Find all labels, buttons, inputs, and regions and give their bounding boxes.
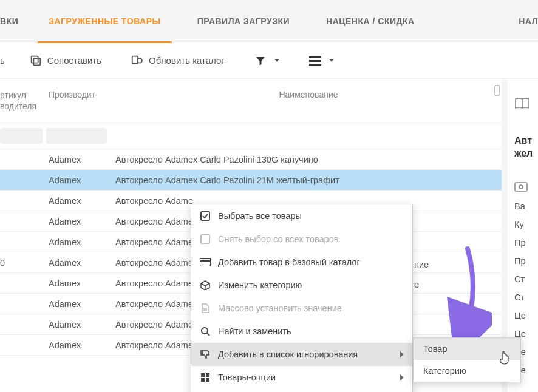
svg-rect-18: [201, 351, 203, 355]
toolbar: ь Сопоставить Обновить каталог: [0, 42, 538, 79]
svg-rect-10: [201, 212, 209, 220]
obscured-text: ние: [414, 260, 429, 269]
cell-manufacturer: Adamex: [49, 279, 115, 288]
menu-add-base-catalog[interactable]: Добавить товар в базовый каталог: [191, 251, 412, 274]
svg-rect-0: [33, 58, 40, 65]
menu-change-category[interactable]: Изменить категорию: [191, 274, 412, 297]
svg-point-9: [519, 185, 523, 189]
menu-delete[interactable]: Удалить: [191, 389, 412, 392]
svg-rect-5: [309, 64, 321, 66]
search-icon: [200, 326, 211, 337]
detail-attribute: Ку: [514, 220, 538, 229]
cell-manufacturer: Adamex: [49, 175, 115, 185]
detail-attribute: Пр: [514, 256, 538, 266]
tab-partial-right[interactable]: НАЛ: [500, 0, 538, 42]
filter-article[interactable]: [0, 128, 43, 144]
submenu-arrow-icon: [400, 374, 404, 380]
document-icon: [200, 303, 211, 314]
cursor-pointer-icon: [499, 351, 511, 365]
check-icon: [200, 211, 211, 221]
svg-rect-20: [206, 373, 209, 377]
grid-icon: [200, 372, 211, 383]
compare-label: Сопоставить: [47, 55, 101, 66]
tabs-bar: ВКИ ЗАГРУЖЕННЫЕ ТОВАРЫ ПРАВИЛА ЗАГРУЗКИ …: [0, 0, 538, 42]
card-icon: [200, 257, 211, 268]
table-row[interactable]: AdamexАвтокресло Adamex Carlo Pazolini 1…: [0, 149, 502, 170]
svg-rect-22: [206, 378, 209, 382]
chevron-down-icon: [329, 59, 334, 62]
menu-product-options[interactable]: Товары-опции: [191, 366, 412, 389]
obscured-text: е: [414, 280, 419, 289]
detail-attribute: Ва: [514, 201, 538, 211]
copy-icon: [29, 54, 43, 67]
cell-manufacturer: Adamex: [49, 320, 115, 329]
funnel-icon: [254, 54, 267, 67]
col-manufacturer[interactable]: Производит: [49, 90, 115, 112]
cell-name: Автокресло Adamex Carlo Pazolini 21M жел…: [115, 175, 502, 185]
detail-title: Авт жел: [514, 135, 538, 160]
update-catalog-button[interactable]: Обновить каталог: [131, 54, 225, 67]
tab-markup[interactable]: НАЦЕНКА / СКИДКА: [308, 0, 433, 42]
svg-rect-21: [201, 378, 205, 382]
col-name[interactable]: Наименование: [115, 90, 502, 112]
tab-partial-left[interactable]: ВКИ: [0, 0, 30, 42]
svg-rect-4: [309, 60, 321, 62]
currency-icon: [514, 182, 538, 192]
box-icon: [200, 280, 211, 291]
svg-rect-8: [515, 183, 527, 191]
refresh-catalog-icon: [131, 54, 144, 67]
filter-row: [0, 123, 502, 149]
cell-manufacturer: Adamex: [49, 340, 115, 350]
svg-rect-1: [31, 56, 38, 63]
menu-bulk-set: Массово установить значение: [191, 297, 412, 320]
col-article[interactable]: ртикул водителя: [0, 90, 49, 112]
filter-manufacturer[interactable]: [46, 128, 107, 144]
svg-rect-19: [201, 373, 205, 377]
cell-article: 0: [0, 258, 49, 268]
svg-point-16: [202, 328, 208, 334]
list-icon: [308, 54, 322, 67]
annotation-arrow: [443, 243, 492, 346]
tab-loaded-products[interactable]: ЗАГРУЖЕННЫЕ ТОВАРЫ: [30, 0, 179, 42]
cell-manufacturer: Adamex: [49, 258, 115, 268]
cell-manufacturer: Adamex: [49, 217, 115, 226]
menu-add-ignore[interactable]: Добавить в список игнорирования: [191, 343, 412, 366]
detail-attribute: Це: [514, 311, 538, 320]
filter-button[interactable]: [254, 54, 279, 67]
update-catalog-label: Обновить каталог: [149, 55, 225, 66]
svg-rect-11: [201, 235, 209, 243]
thumbs-down-icon: [200, 349, 211, 360]
table-header: ртикул водителя Производит Наименование: [0, 79, 502, 123]
menu-deselect-all: Снять выбор со всех товаров: [191, 228, 412, 251]
svg-line-17: [207, 333, 209, 336]
list-button[interactable]: [308, 54, 334, 67]
cell-manufacturer: Adamex: [49, 237, 115, 247]
menu-find-replace[interactable]: Найти и заменить: [191, 320, 412, 343]
detail-attribute: Ст: [514, 292, 538, 302]
cell-name: Автокресло Adamex Carlo Pazolini 130G ка…: [115, 155, 502, 164]
svg-rect-6: [495, 86, 500, 95]
cell-manufacturer: Adamex: [49, 196, 115, 206]
compare-button[interactable]: Сопоставить: [29, 54, 101, 67]
cell-manufacturer: Adamex: [49, 155, 115, 164]
svg-rect-3: [309, 56, 321, 58]
svg-rect-13: [200, 260, 211, 262]
book-icon: [514, 97, 538, 110]
svg-rect-2: [132, 56, 138, 63]
submenu-arrow-icon: [400, 351, 404, 357]
cell-manufacturer: Adamex: [49, 299, 115, 309]
column-resize-handle[interactable]: [493, 84, 502, 97]
table-row[interactable]: AdamexАвтокресло Adamex Carlo Pazolini 2…: [0, 170, 502, 191]
detail-attribute: Пр: [514, 238, 538, 248]
chevron-down-icon: [274, 59, 279, 62]
menu-select-all[interactable]: Выбрать все товары: [191, 204, 412, 228]
detail-attribute: Ст: [514, 274, 538, 284]
uncheck-icon: [200, 234, 211, 245]
toolbar-partial-left[interactable]: ь: [0, 55, 5, 66]
context-menu: Выбрать все товары Снять выбор со всех т…: [191, 204, 413, 392]
tab-load-rules[interactable]: ПРАВИЛА ЗАГРУЗКИ: [179, 0, 308, 42]
